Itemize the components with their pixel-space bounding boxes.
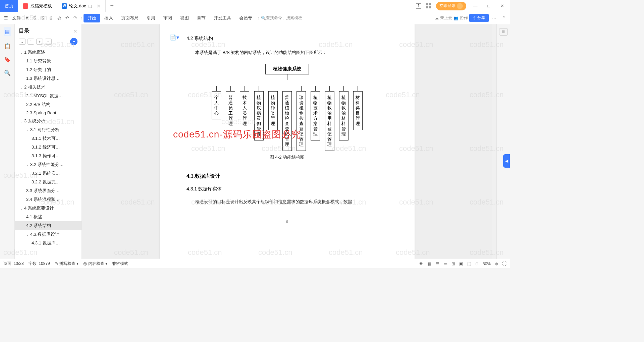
- outline-close-icon[interactable]: ✕: [73, 28, 77, 34]
- collapse-all-icon[interactable]: ⌄: [19, 39, 25, 45]
- menu-reference[interactable]: 引用: [143, 15, 159, 21]
- search-box[interactable]: 🔍 查找命令、搜索模板: [261, 15, 302, 21]
- toc-item[interactable]: 3.1.3 操作可…: [15, 152, 82, 160]
- redo-icon[interactable]: ↷: [71, 13, 79, 22]
- preview-icon[interactable]: ◎: [55, 13, 63, 22]
- toc-item[interactable]: 2.3 Spring Boot …: [15, 109, 82, 117]
- toc-item[interactable]: 3.1.2 经济可…: [15, 143, 82, 152]
- menu-chapter[interactable]: 章节: [193, 15, 210, 21]
- clipboard-icon[interactable]: 📋: [4, 42, 11, 50]
- zoom-out[interactable]: ⊖: [475, 262, 479, 266]
- status-words[interactable]: 字数: 10879: [29, 261, 50, 267]
- diagram-caption: 图 4-2 功能结构图: [212, 154, 363, 160]
- toc-item[interactable]: 3.4 系统流程和…: [15, 195, 82, 204]
- view-page-icon[interactable]: ▦: [427, 261, 431, 266]
- tab-home[interactable]: 首页: [0, 0, 18, 12]
- toc-item[interactable]: 3.3 系统界面分…: [15, 186, 82, 195]
- view-read-icon[interactable]: ▣: [459, 261, 463, 266]
- outline-icon[interactable]: ▤: [4, 27, 11, 36]
- toc-item[interactable]: 3.2.1 系统安…: [15, 169, 82, 178]
- bookmark-icon[interactable]: 🔖: [4, 56, 11, 63]
- document-canvas[interactable]: 📄▾ 4.2 系统结构 本系统是基于 B/S 架构的网站系统，设计的功能结构图如…: [82, 24, 492, 259]
- popout-icon[interactable]: ▢: [88, 4, 92, 8]
- heading-4-3-1: 4.3.1 数据库实体: [186, 186, 388, 192]
- eye-icon[interactable]: 👁: [419, 261, 423, 266]
- toc-item[interactable]: 4.2 系统结构: [15, 221, 82, 230]
- toc-item[interactable]: 1.1 研究背景: [15, 57, 82, 65]
- login-button[interactable]: 立即登录: [436, 2, 466, 10]
- menu-view[interactable]: 视图: [176, 15, 193, 21]
- toc-item[interactable]: ⌄3.2 系统性能分…: [15, 160, 82, 169]
- status-compat[interactable]: 兼容模式: [112, 261, 128, 267]
- view-grid-icon[interactable]: ⊞: [451, 261, 455, 266]
- fire-icon: [23, 3, 28, 9]
- toc-item[interactable]: 4.1 概述: [15, 213, 82, 221]
- menu-insert[interactable]: 插入: [100, 15, 117, 21]
- print-icon[interactable]: ⎙: [47, 13, 55, 22]
- toc-item[interactable]: ⌄1 系统概述: [15, 48, 82, 57]
- share-button[interactable]: ⇪分享: [469, 14, 489, 22]
- side-flag-icon[interactable]: ◀: [503, 154, 510, 168]
- view-web-icon[interactable]: ▭: [443, 261, 447, 266]
- apps-icon[interactable]: [426, 3, 431, 9]
- panel-toggle-icon[interactable]: ≡: [499, 28, 508, 36]
- collab-button[interactable]: 👥协作: [453, 15, 468, 21]
- toc-item[interactable]: 2.2 B/S 结构: [15, 100, 82, 109]
- menu-start[interactable]: 开始: [84, 14, 100, 22]
- status-spell[interactable]: ✎ 拼写检查 ▾: [55, 261, 79, 267]
- prev-page-icon[interactable]: ‹: [79, 15, 84, 21]
- more-icon[interactable]: ⋯: [490, 13, 498, 22]
- ai-assistant-icon[interactable]: ✦: [70, 38, 77, 45]
- search-icon: 🔍: [261, 16, 266, 20]
- find-icon[interactable]: 🔍: [4, 69, 11, 76]
- sync-status[interactable]: ☁未上云: [435, 15, 452, 21]
- zoom-level[interactable]: 80%: [483, 262, 491, 266]
- tab-template[interactable]: 找稻壳模板: [18, 0, 57, 12]
- toc-item[interactable]: 3.1.1 技术可…: [15, 134, 82, 143]
- collapse-ribbon-icon[interactable]: ⌃: [500, 13, 508, 22]
- add-tab-button[interactable]: +: [106, 2, 119, 9]
- add-heading-icon[interactable]: +: [36, 39, 43, 45]
- open-icon[interactable]: ⎘: [39, 13, 47, 22]
- collab-icon: 👥: [453, 16, 459, 20]
- view-outline-icon[interactable]: ☰: [435, 261, 439, 266]
- share-icon: ⇪: [473, 16, 476, 20]
- tab-document[interactable]: W 论文.doc ▢ ✕: [57, 0, 106, 12]
- toc-item[interactable]: 4.3.1 数据库…: [15, 239, 82, 247]
- status-content[interactable]: ◎ 内容检查 ▾: [83, 261, 107, 267]
- menu-icon[interactable]: ☰: [2, 13, 10, 22]
- layout-icon[interactable]: 1: [416, 3, 421, 9]
- zoom-in[interactable]: ⊕: [495, 262, 498, 266]
- undo-icon[interactable]: ↶: [63, 13, 71, 22]
- fullscreen-icon[interactable]: ⛶: [502, 261, 506, 266]
- close-tab-icon[interactable]: ✕: [97, 3, 101, 9]
- status-page[interactable]: 页面: 13/28: [3, 261, 24, 267]
- toc-item[interactable]: 2.1 MYSQL 数据…: [15, 92, 82, 100]
- remove-heading-icon[interactable]: −: [45, 39, 52, 45]
- diagram-node: 植物疾病案例管理: [254, 91, 264, 140]
- zoom-fit-icon[interactable]: ⬚: [467, 261, 471, 266]
- window-maximize[interactable]: □: [484, 3, 493, 8]
- scrollbar[interactable]: [492, 24, 496, 259]
- toc-item[interactable]: 1.2 研究目的: [15, 65, 82, 74]
- diagram-node: 植物救治材料管理: [339, 91, 348, 140]
- toc-item[interactable]: 1.3 系统设计思…: [15, 74, 82, 83]
- menu-layout[interactable]: 页面布局: [117, 15, 143, 21]
- window-close[interactable]: ✕: [498, 3, 506, 8]
- window-minimize[interactable]: —: [471, 3, 480, 8]
- menu-member[interactable]: 会员专: [235, 15, 256, 21]
- menu-review[interactable]: 审阅: [159, 15, 176, 21]
- toc-item[interactable]: ⌄4 系统概要设计: [15, 204, 82, 213]
- toc-item[interactable]: ⌄4.3.数据库设计: [15, 230, 82, 239]
- file-menu[interactable]: 文件: [10, 15, 23, 21]
- save-icon[interactable]: ▾: [23, 13, 31, 22]
- expand-all-icon[interactable]: ⌃: [28, 39, 34, 45]
- toc-item[interactable]: ⌄3 系统分析: [15, 117, 82, 125]
- login-label: 立即登录: [439, 3, 455, 9]
- toc-item[interactable]: 3.2.2 数据完…: [15, 178, 82, 186]
- toc-item[interactable]: ⌄2 相关技术: [15, 83, 82, 92]
- new-icon[interactable]: ⎘: [31, 13, 39, 22]
- next-page-icon[interactable]: ›: [256, 15, 261, 21]
- toc-item[interactable]: ⌄3.1 可行性分析: [15, 125, 82, 134]
- menu-devtools[interactable]: 开发工具: [210, 15, 235, 21]
